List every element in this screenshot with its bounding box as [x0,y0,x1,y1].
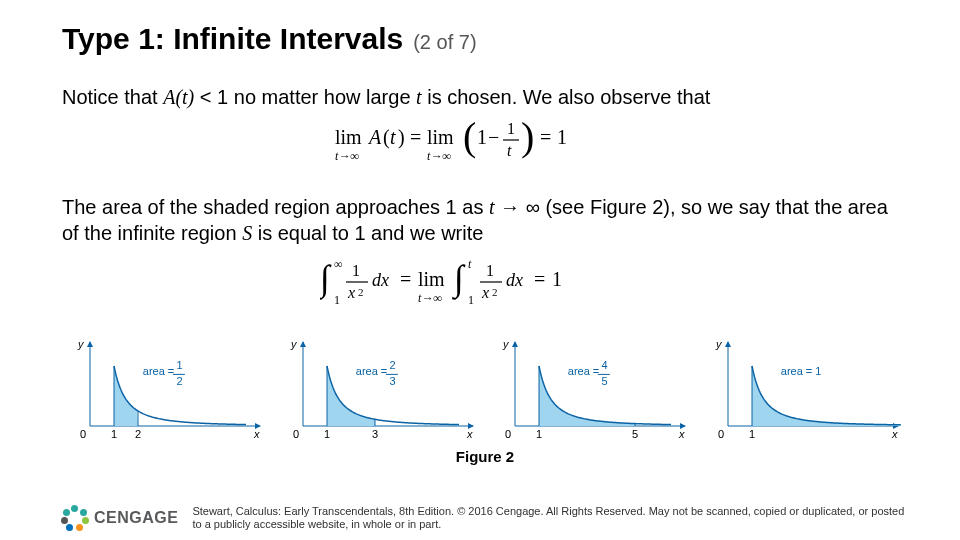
svg-text:0: 0 [718,428,724,440]
svg-text:y: y [77,338,85,350]
var-S: S [242,222,252,244]
paragraph-1: Notice that A(t) < 1 no matter how large… [62,84,908,110]
text: is chosen. We also observe that [422,86,711,108]
plot-panel-2: x y 013 area = 2 3 [279,334,479,444]
body-text: Notice that A(t) < 1 no matter how large… [62,84,908,465]
svg-text:=: = [400,268,411,290]
svg-text:1: 1 [749,428,755,440]
svg-text:x: x [347,284,355,301]
svg-text:1: 1 [477,126,487,148]
svg-text:A: A [367,126,382,148]
svg-text:2: 2 [135,428,141,440]
svg-text:x: x [481,284,489,301]
svg-text:area =: area = [143,365,175,377]
svg-text:lim: lim [335,126,362,148]
svg-text:=: = [540,126,551,148]
svg-text:1: 1 [468,293,474,307]
svg-text:y: y [715,338,723,350]
var-A: A [163,86,175,108]
logo-icon [62,505,88,531]
svg-text:2: 2 [176,375,182,387]
svg-text:1: 1 [324,428,330,440]
text: (t) [175,86,194,108]
svg-text:0: 0 [505,428,511,440]
svg-text:dx: dx [506,270,523,290]
svg-text:t→∞: t→∞ [335,149,359,163]
svg-text:): ) [398,126,405,149]
svg-text:=: = [534,268,545,290]
svg-text:area =: area = [568,365,600,377]
svg-text:t: t [468,257,472,271]
svg-text:0: 0 [293,428,299,440]
svg-text:(: ( [463,120,476,159]
svg-text:x: x [678,428,685,440]
svg-text:1: 1 [176,359,182,371]
svg-text:1: 1 [334,293,340,307]
svg-text:1: 1 [486,262,494,279]
svg-text:0: 0 [80,428,86,440]
svg-text:): ) [521,120,534,159]
plot-panel-1: x y 012 area = 1 2 [66,334,266,444]
svg-text:1: 1 [352,262,360,279]
svg-text:−: − [488,126,499,148]
svg-text:lim: lim [418,268,445,290]
svg-text:1: 1 [536,428,542,440]
svg-text:(: ( [383,126,390,149]
svg-text:x: x [466,428,473,440]
footer: CENGAGE Stewart, Calculus: Early Transce… [0,505,960,533]
text: The area of the shaded region approaches… [62,196,489,218]
svg-text:=: = [410,126,421,148]
svg-text:dx: dx [372,270,389,290]
page-title: Type 1: Infinite Intervals [62,22,403,56]
equation-2: ∫ ∞ 1 1 x 2 dx = lim t→∞ ∫ t 1 1 x 2 dx [62,256,908,316]
figure-caption: Figure 2 [62,448,908,465]
svg-text:1: 1 [111,428,117,440]
svg-text:y: y [290,338,298,350]
svg-text:∫: ∫ [452,258,466,300]
svg-text:2: 2 [358,286,364,298]
text: is equal to 1 and we write [252,222,483,244]
svg-text:∞: ∞ [334,257,343,271]
equation-1: lim t→∞ A ( t ) = lim t→∞ ( 1 − 1 t ) = … [62,120,908,176]
svg-text:5: 5 [632,428,638,440]
svg-text:t: t [507,142,512,159]
svg-text:area = 1: area = 1 [781,365,822,377]
plot-panel-3: x y 015 area = 4 5 [491,334,691,444]
svg-text:2: 2 [389,359,395,371]
svg-text:t→∞: t→∞ [427,149,451,163]
page-counter: (2 of 7) [413,31,476,54]
brand-name: CENGAGE [94,509,178,527]
svg-text:2: 2 [492,286,498,298]
svg-text:lim: lim [427,126,454,148]
svg-text:t→∞: t→∞ [418,291,442,305]
brand-logo: CENGAGE [62,505,178,531]
figure-row: x y 012 area = 1 2 x y 013 area = 2 3 x … [62,334,908,444]
plot-panel-4: x y 01 area = 1 [704,334,904,444]
title-row: Type 1: Infinite Intervals (2 of 7) [62,22,908,56]
svg-text:∫: ∫ [320,258,332,300]
svg-text:y: y [502,338,510,350]
svg-text:3: 3 [372,428,378,440]
svg-text:1: 1 [507,120,515,137]
paragraph-2: The area of the shaded region approaches… [62,194,908,246]
svg-text:3: 3 [389,375,395,387]
svg-text:x: x [253,428,260,440]
text: < 1 no matter how large [194,86,416,108]
copyright-text: Stewart, Calculus: Early Transcendentals… [192,505,908,533]
slide: Type 1: Infinite Intervals (2 of 7) Noti… [0,0,960,540]
svg-text:x: x [891,428,898,440]
svg-text:1: 1 [557,126,567,148]
svg-text:5: 5 [602,375,608,387]
svg-text:t: t [390,126,396,148]
text: Notice that [62,86,163,108]
svg-text:4: 4 [602,359,608,371]
svg-text:area =: area = [355,365,387,377]
svg-text:1: 1 [552,268,562,290]
